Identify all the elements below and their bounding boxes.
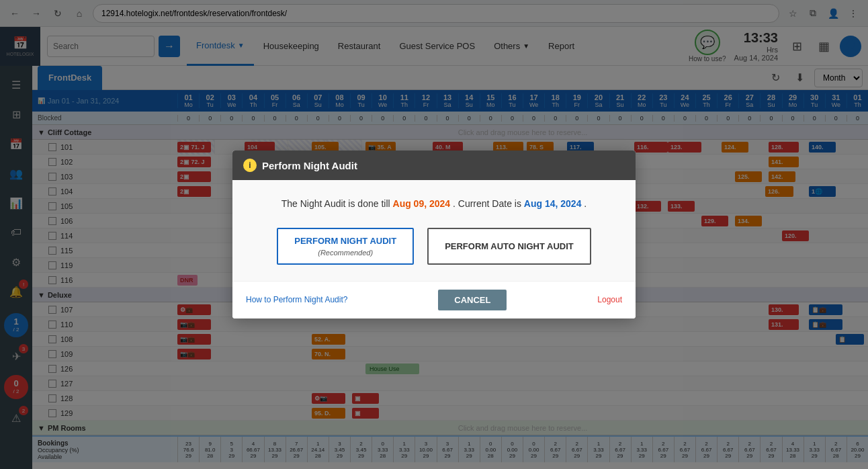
modal-header: i Perform Night Audit [232,151,636,180]
modal-title: Perform Night Audit [262,160,357,171]
perform-auto-night-audit-button[interactable]: PERFORM AUTO NIGHT AUDIT [427,228,591,265]
night-audit-modal: i Perform Night Audit The Night Audit is… [232,151,636,318]
perform-night-audit-button[interactable]: PERFORM NIGHT AUDIT (Recommended) [277,228,414,265]
modal-message-part2: . Current Date is [453,198,524,209]
modal-message-part1: The Night Audit is done till [281,198,393,209]
modal-footer: How to Perform Night Audit? CANCEL Logou… [232,281,636,318]
modal-overlay[interactable]: i Perform Night Audit The Night Audit is… [0,0,868,469]
logout-link[interactable]: Logout [597,295,622,304]
recommended-label: (Recommended) [318,249,373,257]
cancel-button[interactable]: CANCEL [438,290,507,310]
modal-buttons: PERFORM NIGHT AUDIT (Recommended) PERFOR… [246,228,622,265]
modal-audit-date: Aug 09, 2024 [393,198,451,209]
modal-current-date: Aug 14, 2024 [524,198,582,209]
how-to-night-audit-link[interactable]: How to Perform Night Audit? [246,295,347,304]
modal-body: The Night Audit is done till Aug 09, 202… [232,180,636,280]
modal-message-end: . [584,198,587,209]
modal-message: The Night Audit is done till Aug 09, 202… [246,196,622,211]
modal-info-icon: i [243,159,257,172]
